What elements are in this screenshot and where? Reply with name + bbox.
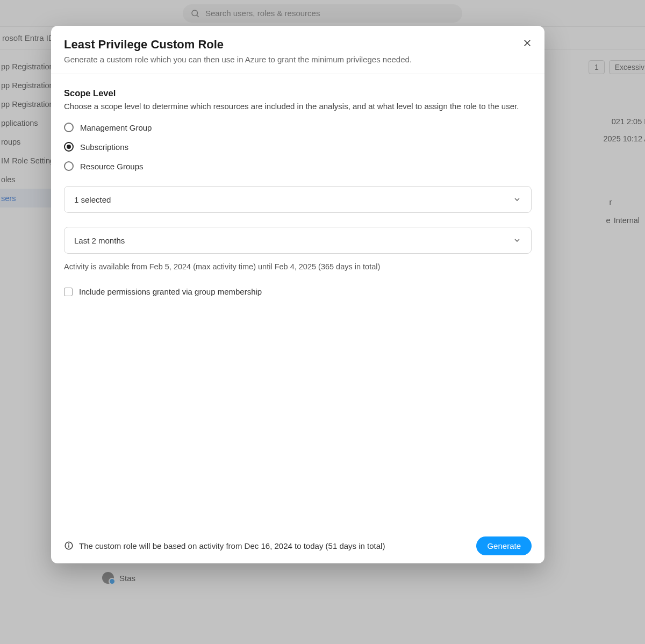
footer-note-text: The custom role will be based on activit… [79, 541, 385, 550]
least-privilege-modal: Least Privilege Custom Role Generate a c… [51, 26, 544, 563]
modal-subtitle: Generate a custom role which you can the… [64, 55, 531, 64]
radio-label: Resource Groups [80, 162, 144, 171]
time-range-value: Last 2 months [74, 236, 125, 245]
radio-icon [64, 161, 74, 171]
radio-icon [64, 142, 74, 152]
modal-footer: The custom role will be based on activit… [51, 528, 544, 563]
chevron-down-icon [513, 195, 521, 204]
modal-body: Scope Level Choose a scope level to dete… [51, 74, 544, 528]
scope-description: Choose a scope level to determine which … [64, 102, 532, 111]
radio-label: Subscriptions [80, 142, 128, 152]
scope-radio-group: Management Group Subscriptions Resource … [64, 123, 532, 171]
close-button[interactable] [520, 35, 535, 51]
scope-select[interactable]: 1 selected [64, 186, 532, 213]
radio-label: Management Group [80, 123, 152, 132]
modal-header: Least Privilege Custom Role Generate a c… [51, 26, 544, 74]
include-group-permissions-checkbox[interactable]: Include permissions granted via group me… [64, 287, 532, 296]
modal-title: Least Privilege Custom Role [64, 38, 531, 52]
chevron-down-icon [513, 236, 521, 245]
radio-subscriptions[interactable]: Subscriptions [64, 142, 532, 152]
radio-resource-groups[interactable]: Resource Groups [64, 161, 532, 171]
footer-note: The custom role will be based on activit… [64, 541, 385, 550]
activity-note: Activity is available from Feb 5, 2024 (… [64, 262, 532, 271]
time-range-select[interactable]: Last 2 months [64, 227, 532, 254]
radio-icon [64, 123, 74, 132]
checkbox-label: Include permissions granted via group me… [79, 287, 262, 296]
info-icon [64, 541, 74, 550]
close-icon [522, 38, 532, 48]
radio-management-group[interactable]: Management Group [64, 123, 532, 132]
scope-title: Scope Level [64, 88, 532, 98]
checkbox-icon [64, 288, 73, 296]
generate-button[interactable]: Generate [476, 536, 532, 555]
svg-point-6 [69, 543, 69, 544]
scope-select-value: 1 selected [74, 195, 111, 204]
